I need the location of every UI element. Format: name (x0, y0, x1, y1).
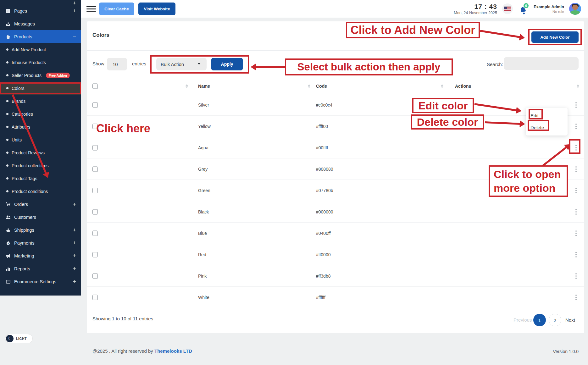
shippings-icon (6, 228, 11, 233)
color-name: Blue (198, 231, 207, 236)
sidebar-item-product-conditions[interactable]: Product conditions (0, 185, 81, 198)
show-label: Show (92, 61, 104, 66)
company-link[interactable]: Themelooks LTD (154, 348, 192, 354)
row-menu-button[interactable] (574, 144, 579, 151)
sidebar-item-messages[interactable]: Messages (0, 17, 81, 30)
user-block[interactable]: Example Admin No role (534, 4, 564, 14)
row-checkbox[interactable] (92, 188, 98, 193)
column-header-actions[interactable]: Actions (455, 84, 471, 89)
sidebar-item-customers[interactable]: Customers (0, 211, 81, 224)
sidebar-item-inhouse-products[interactable]: Inhouse Products (0, 56, 81, 69)
row-checkbox[interactable] (92, 273, 98, 279)
row-checkbox[interactable] (92, 295, 98, 300)
sidebar-item-product-collections[interactable]: Product collections (0, 159, 81, 172)
marketing-icon (6, 253, 11, 258)
color-name: Grey (198, 167, 208, 172)
sidebar-item-payments[interactable]: $Payments+ (0, 236, 81, 249)
sidebar-item-add-new-product[interactable]: Add New Product (0, 43, 81, 56)
hamburger-menu-icon[interactable] (86, 6, 96, 12)
row-checkbox[interactable] (92, 102, 98, 108)
row-menu-button[interactable] (574, 166, 579, 173)
notifications-button[interactable]: 0 (518, 3, 529, 15)
bulk-action-select[interactable]: Bulk Action (156, 58, 207, 70)
sidebar-item-marketing[interactable]: Marketing+ (0, 249, 81, 262)
sidebar-item-attributes[interactable]: Attributes (0, 120, 81, 133)
expand-plus-icon[interactable]: + (73, 8, 76, 14)
visit-website-button[interactable]: Visit Website (138, 3, 175, 15)
messages-icon (6, 21, 11, 26)
sidebar-item-label: Pages (14, 8, 27, 14)
copyright-text: @2025 . All right reserved by (92, 348, 154, 354)
date-text: Mon, 24 November 2025 (449, 11, 497, 15)
bullet-icon (6, 87, 8, 89)
pagination-next[interactable]: Next (565, 317, 575, 323)
row-checkbox[interactable] (92, 166, 98, 172)
sidebar-item-partial[interactable]: + (0, 0, 81, 4)
expand-plus-icon[interactable]: + (73, 278, 76, 285)
language-flag-button[interactable] (502, 3, 513, 14)
sort-icon[interactable] (308, 84, 311, 88)
column-header-name[interactable]: Name (198, 84, 210, 89)
version-text: Version 1.0.0 (553, 349, 579, 354)
row-menu-button[interactable] (574, 123, 579, 130)
expand-plus-icon[interactable]: + (73, 265, 76, 272)
sidebar-item-ecommerce-settings[interactable]: Ecommerce Settings+ (0, 275, 81, 288)
sidebar-item-seller-products[interactable]: Seller ProductsFree Addon (0, 69, 81, 82)
theme-toggle[interactable]: ☾ LIGHT (5, 334, 33, 343)
collapse-minus-icon[interactable]: − (73, 33, 76, 40)
user-avatar[interactable] (569, 3, 581, 15)
add-new-color-button[interactable]: Add New Color (531, 31, 579, 43)
select-all-checkbox[interactable] (92, 83, 98, 89)
row-menu-button[interactable] (574, 102, 579, 108)
row-checkbox[interactable] (92, 145, 98, 150)
sidebar-item-orders[interactable]: Orders+ (0, 198, 81, 211)
expand-plus-icon[interactable]: + (73, 252, 76, 259)
bullet-icon (6, 177, 8, 180)
entries-count-input[interactable] (107, 58, 127, 70)
sidebar-item-label: Product Reviews (12, 150, 45, 155)
sidebar-item-units[interactable]: Units (0, 133, 81, 146)
sidebar-item-product-reviews[interactable]: Product Reviews (0, 146, 81, 159)
apply-button[interactable]: Apply (211, 58, 243, 70)
sidebar-item-shippings[interactable]: Shippings+ (0, 224, 81, 236)
sidebar-item-brands[interactable]: Brands (0, 95, 81, 108)
row-menu-button[interactable] (574, 273, 579, 279)
table-row: White#ffffff (87, 287, 584, 308)
sort-icon[interactable] (186, 84, 188, 88)
svg-text:$: $ (8, 242, 9, 245)
pagination-previous[interactable]: Previous (513, 317, 532, 323)
expand-plus-icon[interactable]: + (73, 240, 76, 246)
column-header-code[interactable]: Code (316, 84, 327, 89)
row-menu-button[interactable] (574, 294, 579, 301)
sort-icon[interactable] (577, 84, 580, 88)
expand-plus-icon[interactable]: + (73, 201, 76, 207)
menu-item-delete[interactable]: Delete (526, 121, 568, 133)
row-menu-button[interactable] (574, 251, 579, 258)
sidebar-item-products[interactable]: Products− (0, 30, 81, 43)
row-menu-button[interactable] (574, 208, 579, 215)
row-checkbox[interactable] (92, 209, 98, 214)
reports-icon (6, 266, 11, 271)
sidebar-item-colors[interactable]: Colors (0, 82, 81, 95)
expand-plus-icon[interactable]: + (73, 227, 76, 233)
pagination-page-2[interactable]: 2 (549, 314, 561, 326)
menu-item-edit[interactable]: Edit (526, 109, 568, 121)
row-menu-button[interactable] (574, 230, 579, 237)
bullet-icon (6, 61, 8, 64)
sort-icon[interactable] (441, 84, 444, 88)
products-icon (6, 34, 11, 39)
row-menu-button[interactable] (574, 187, 579, 194)
clear-cache-button[interactable]: Clear Cache (99, 3, 134, 15)
sidebar-item-product-tags[interactable]: Product Tags (0, 172, 81, 185)
sidebar-item-pages[interactable]: Pages+ (0, 4, 81, 17)
row-checkbox[interactable] (92, 124, 98, 129)
pagination-page-1[interactable]: 1 (533, 314, 546, 326)
sidebar-item-categories[interactable]: Categories (0, 108, 81, 120)
search-input[interactable] (504, 57, 579, 70)
time-text: 17 : 43 (449, 3, 497, 10)
bullet-icon (6, 48, 8, 51)
row-checkbox[interactable] (92, 252, 98, 257)
sidebar-item-reports[interactable]: Reports+ (0, 262, 81, 275)
row-checkbox[interactable] (92, 230, 98, 236)
topbar-right: 17 : 43 Mon, 24 November 2025 0 Example … (449, 0, 581, 18)
